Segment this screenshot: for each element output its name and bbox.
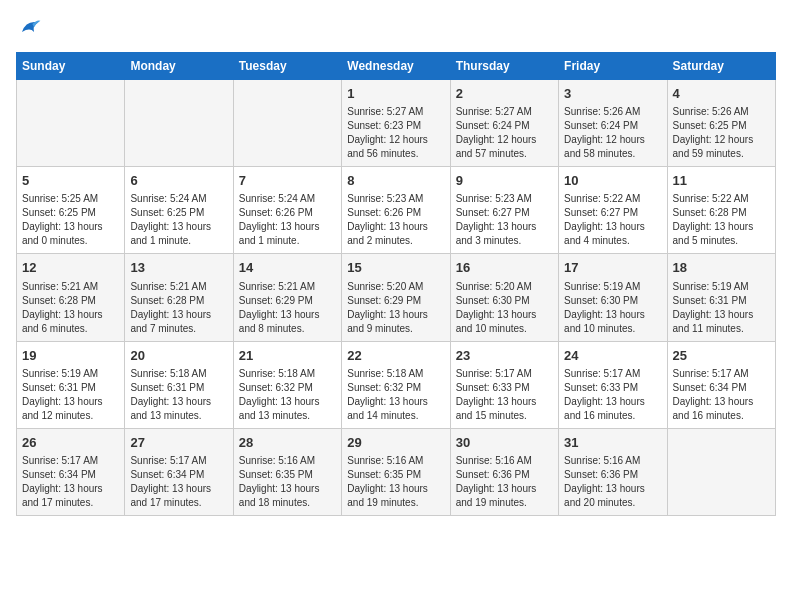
day-number: 17 (564, 259, 661, 277)
day-number: 28 (239, 434, 336, 452)
day-number: 7 (239, 172, 336, 190)
day-info: Sunrise: 5:24 AM Sunset: 6:25 PM Dayligh… (130, 192, 227, 248)
day-number: 1 (347, 85, 444, 103)
calendar-cell (667, 428, 775, 515)
day-number: 23 (456, 347, 553, 365)
day-info: Sunrise: 5:18 AM Sunset: 6:31 PM Dayligh… (130, 367, 227, 423)
day-number: 15 (347, 259, 444, 277)
calendar-cell: 29Sunrise: 5:16 AM Sunset: 6:35 PM Dayli… (342, 428, 450, 515)
day-info: Sunrise: 5:18 AM Sunset: 6:32 PM Dayligh… (239, 367, 336, 423)
day-number: 19 (22, 347, 119, 365)
day-header-sunday: Sunday (17, 53, 125, 80)
day-info: Sunrise: 5:20 AM Sunset: 6:30 PM Dayligh… (456, 280, 553, 336)
day-info: Sunrise: 5:22 AM Sunset: 6:27 PM Dayligh… (564, 192, 661, 248)
page-header (16, 16, 776, 44)
calendar-cell: 10Sunrise: 5:22 AM Sunset: 6:27 PM Dayli… (559, 167, 667, 254)
day-number: 4 (673, 85, 770, 103)
day-number: 24 (564, 347, 661, 365)
calendar-cell: 25Sunrise: 5:17 AM Sunset: 6:34 PM Dayli… (667, 341, 775, 428)
calendar-cell (17, 80, 125, 167)
day-info: Sunrise: 5:21 AM Sunset: 6:28 PM Dayligh… (130, 280, 227, 336)
calendar-cell: 28Sunrise: 5:16 AM Sunset: 6:35 PM Dayli… (233, 428, 341, 515)
day-info: Sunrise: 5:26 AM Sunset: 6:25 PM Dayligh… (673, 105, 770, 161)
day-number: 11 (673, 172, 770, 190)
day-number: 31 (564, 434, 661, 452)
calendar-week-4: 19Sunrise: 5:19 AM Sunset: 6:31 PM Dayli… (17, 341, 776, 428)
day-info: Sunrise: 5:27 AM Sunset: 6:23 PM Dayligh… (347, 105, 444, 161)
calendar-cell: 9Sunrise: 5:23 AM Sunset: 6:27 PM Daylig… (450, 167, 558, 254)
day-info: Sunrise: 5:26 AM Sunset: 6:24 PM Dayligh… (564, 105, 661, 161)
calendar-cell: 8Sunrise: 5:23 AM Sunset: 6:26 PM Daylig… (342, 167, 450, 254)
calendar-cell: 14Sunrise: 5:21 AM Sunset: 6:29 PM Dayli… (233, 254, 341, 341)
calendar-header-row: SundayMondayTuesdayWednesdayThursdayFrid… (17, 53, 776, 80)
bird-icon (18, 16, 42, 40)
day-info: Sunrise: 5:19 AM Sunset: 6:31 PM Dayligh… (22, 367, 119, 423)
day-number: 20 (130, 347, 227, 365)
day-number: 10 (564, 172, 661, 190)
day-number: 22 (347, 347, 444, 365)
calendar-cell (125, 80, 233, 167)
day-number: 29 (347, 434, 444, 452)
calendar-cell (233, 80, 341, 167)
day-number: 13 (130, 259, 227, 277)
calendar-week-1: 1Sunrise: 5:27 AM Sunset: 6:23 PM Daylig… (17, 80, 776, 167)
day-header-thursday: Thursday (450, 53, 558, 80)
calendar-cell: 7Sunrise: 5:24 AM Sunset: 6:26 PM Daylig… (233, 167, 341, 254)
day-info: Sunrise: 5:27 AM Sunset: 6:24 PM Dayligh… (456, 105, 553, 161)
calendar-table: SundayMondayTuesdayWednesdayThursdayFrid… (16, 52, 776, 516)
day-info: Sunrise: 5:17 AM Sunset: 6:34 PM Dayligh… (130, 454, 227, 510)
calendar-cell: 12Sunrise: 5:21 AM Sunset: 6:28 PM Dayli… (17, 254, 125, 341)
day-info: Sunrise: 5:21 AM Sunset: 6:29 PM Dayligh… (239, 280, 336, 336)
calendar-cell: 6Sunrise: 5:24 AM Sunset: 6:25 PM Daylig… (125, 167, 233, 254)
day-info: Sunrise: 5:25 AM Sunset: 6:25 PM Dayligh… (22, 192, 119, 248)
calendar-cell: 19Sunrise: 5:19 AM Sunset: 6:31 PM Dayli… (17, 341, 125, 428)
day-info: Sunrise: 5:19 AM Sunset: 6:31 PM Dayligh… (673, 280, 770, 336)
day-number: 27 (130, 434, 227, 452)
day-info: Sunrise: 5:23 AM Sunset: 6:26 PM Dayligh… (347, 192, 444, 248)
day-info: Sunrise: 5:16 AM Sunset: 6:36 PM Dayligh… (564, 454, 661, 510)
calendar-cell: 17Sunrise: 5:19 AM Sunset: 6:30 PM Dayli… (559, 254, 667, 341)
calendar-cell: 1Sunrise: 5:27 AM Sunset: 6:23 PM Daylig… (342, 80, 450, 167)
calendar-cell: 23Sunrise: 5:17 AM Sunset: 6:33 PM Dayli… (450, 341, 558, 428)
day-header-wednesday: Wednesday (342, 53, 450, 80)
day-number: 16 (456, 259, 553, 277)
day-info: Sunrise: 5:17 AM Sunset: 6:34 PM Dayligh… (22, 454, 119, 510)
calendar-cell: 4Sunrise: 5:26 AM Sunset: 6:25 PM Daylig… (667, 80, 775, 167)
day-info: Sunrise: 5:16 AM Sunset: 6:36 PM Dayligh… (456, 454, 553, 510)
day-number: 6 (130, 172, 227, 190)
day-number: 2 (456, 85, 553, 103)
day-info: Sunrise: 5:20 AM Sunset: 6:29 PM Dayligh… (347, 280, 444, 336)
calendar-cell: 30Sunrise: 5:16 AM Sunset: 6:36 PM Dayli… (450, 428, 558, 515)
calendar-cell: 11Sunrise: 5:22 AM Sunset: 6:28 PM Dayli… (667, 167, 775, 254)
day-number: 18 (673, 259, 770, 277)
day-number: 8 (347, 172, 444, 190)
calendar-cell: 13Sunrise: 5:21 AM Sunset: 6:28 PM Dayli… (125, 254, 233, 341)
day-number: 3 (564, 85, 661, 103)
calendar-week-5: 26Sunrise: 5:17 AM Sunset: 6:34 PM Dayli… (17, 428, 776, 515)
logo (16, 16, 44, 44)
calendar-week-2: 5Sunrise: 5:25 AM Sunset: 6:25 PM Daylig… (17, 167, 776, 254)
day-number: 5 (22, 172, 119, 190)
calendar-cell: 21Sunrise: 5:18 AM Sunset: 6:32 PM Dayli… (233, 341, 341, 428)
day-number: 25 (673, 347, 770, 365)
calendar-cell: 2Sunrise: 5:27 AM Sunset: 6:24 PM Daylig… (450, 80, 558, 167)
day-info: Sunrise: 5:17 AM Sunset: 6:34 PM Dayligh… (673, 367, 770, 423)
day-number: 12 (22, 259, 119, 277)
calendar-cell: 5Sunrise: 5:25 AM Sunset: 6:25 PM Daylig… (17, 167, 125, 254)
day-info: Sunrise: 5:19 AM Sunset: 6:30 PM Dayligh… (564, 280, 661, 336)
day-info: Sunrise: 5:17 AM Sunset: 6:33 PM Dayligh… (564, 367, 661, 423)
day-number: 14 (239, 259, 336, 277)
calendar-cell: 26Sunrise: 5:17 AM Sunset: 6:34 PM Dayli… (17, 428, 125, 515)
day-number: 30 (456, 434, 553, 452)
calendar-cell: 16Sunrise: 5:20 AM Sunset: 6:30 PM Dayli… (450, 254, 558, 341)
day-header-tuesday: Tuesday (233, 53, 341, 80)
day-header-friday: Friday (559, 53, 667, 80)
calendar-cell: 18Sunrise: 5:19 AM Sunset: 6:31 PM Dayli… (667, 254, 775, 341)
calendar-cell: 20Sunrise: 5:18 AM Sunset: 6:31 PM Dayli… (125, 341, 233, 428)
calendar-cell: 24Sunrise: 5:17 AM Sunset: 6:33 PM Dayli… (559, 341, 667, 428)
calendar-cell: 15Sunrise: 5:20 AM Sunset: 6:29 PM Dayli… (342, 254, 450, 341)
day-info: Sunrise: 5:24 AM Sunset: 6:26 PM Dayligh… (239, 192, 336, 248)
calendar-cell: 22Sunrise: 5:18 AM Sunset: 6:32 PM Dayli… (342, 341, 450, 428)
day-header-saturday: Saturday (667, 53, 775, 80)
day-info: Sunrise: 5:21 AM Sunset: 6:28 PM Dayligh… (22, 280, 119, 336)
